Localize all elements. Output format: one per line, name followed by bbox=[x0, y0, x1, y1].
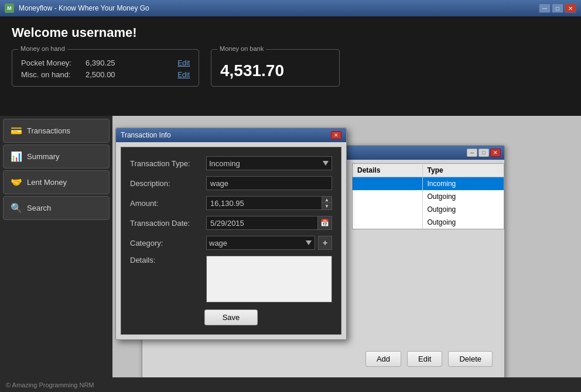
dialog-titlebar: Transaction Info ✕ bbox=[116, 128, 346, 142]
transactions-label: Transactions bbox=[27, 126, 70, 135]
lent-money-icon: 🤝 bbox=[11, 177, 22, 188]
search-icon: 🔍 bbox=[11, 202, 22, 214]
amount-input[interactable] bbox=[206, 196, 322, 210]
date-input[interactable] bbox=[206, 216, 318, 230]
row-type: Outgoing bbox=[422, 190, 504, 203]
misc-edit-link[interactable]: Edit bbox=[177, 71, 190, 79]
table-col-details: Details bbox=[353, 164, 422, 177]
date-row: Transaction Date: 📅 bbox=[130, 216, 332, 230]
title-bar-text: Moneyflow - Know Where Your Money Go bbox=[19, 4, 534, 12]
table-row[interactable]: Incoming bbox=[353, 177, 504, 191]
details-input[interactable] bbox=[206, 256, 332, 302]
app-icon: M bbox=[5, 4, 14, 13]
minimize-button[interactable]: ─ bbox=[539, 4, 551, 13]
money-on-hand-box: Money on hand Pocket Money: 6,390.25 Edi… bbox=[12, 49, 199, 87]
content-area: Transactions ─ □ ✕ Details Type bbox=[112, 116, 581, 377]
dialog-title: Transaction Info bbox=[121, 131, 171, 139]
amount-spinners: ▲ ▼ bbox=[322, 196, 332, 210]
transactions-icon: 💳 bbox=[11, 125, 22, 136]
row-type: Outgoing bbox=[422, 216, 504, 229]
edit-button[interactable]: Edit bbox=[407, 351, 442, 367]
details-row: Details: bbox=[130, 256, 332, 302]
transaction-info-dialog: Transaction Info ✕ Transaction Type: Inc… bbox=[115, 128, 347, 340]
description-row: Description: bbox=[130, 176, 332, 190]
row-type: Outgoing bbox=[422, 203, 504, 216]
pocket-label: Pocket Money: bbox=[21, 59, 80, 67]
amount-row: Amount: ▲ ▼ bbox=[130, 196, 332, 210]
date-label: Transaction Date: bbox=[130, 219, 206, 228]
sidebar: 💳 Transactions 📊 Summary 🤝 Lent Money 🔍 … bbox=[0, 116, 112, 377]
pocket-edit-link[interactable]: Edit bbox=[177, 59, 190, 67]
sidebar-item-search[interactable]: 🔍 Search bbox=[3, 196, 110, 220]
money-bank-label: Money on bank bbox=[217, 45, 266, 52]
lent-money-label: Lent Money bbox=[27, 178, 67, 187]
sidebar-item-transactions[interactable]: 💳 Transactions bbox=[3, 119, 110, 143]
app-header: Welcome username! Money on hand Pocket M… bbox=[0, 16, 581, 116]
bank-amount: 4,531.70 bbox=[220, 61, 330, 80]
category-wrapper: wage + bbox=[206, 236, 332, 250]
table-row[interactable]: Outgoing bbox=[353, 203, 504, 216]
sidebar-item-lent-money[interactable]: 🤝 Lent Money bbox=[3, 170, 110, 194]
dialog-body: Transaction Type: Incoming Outgoing Desc… bbox=[121, 147, 341, 335]
table-row[interactable]: Outgoing bbox=[353, 216, 504, 229]
description-input[interactable] bbox=[206, 176, 332, 190]
misc-label: Misc. on hand: bbox=[21, 70, 80, 79]
category-label: Category: bbox=[130, 239, 206, 247]
amount-label: Amount: bbox=[130, 199, 206, 208]
amount-down-button[interactable]: ▼ bbox=[322, 203, 331, 209]
money-hand-label: Money on hand bbox=[18, 45, 67, 52]
search-label: Search bbox=[27, 204, 51, 212]
save-button[interactable]: Save bbox=[204, 310, 258, 325]
row-type: Incoming bbox=[422, 177, 504, 191]
date-wrapper: 📅 bbox=[206, 216, 332, 230]
sidebar-item-summary[interactable]: 📊 Summary bbox=[3, 145, 110, 169]
category-select[interactable]: wage bbox=[206, 236, 315, 250]
date-picker-button[interactable]: 📅 bbox=[318, 216, 332, 230]
pocket-money-row: Pocket Money: 6,390.25 Edit bbox=[21, 59, 190, 67]
amount-up-button[interactable]: ▲ bbox=[322, 197, 331, 203]
save-row: Save bbox=[130, 310, 332, 325]
window-maximize-btn[interactable]: □ bbox=[479, 149, 489, 157]
description-label: Description: bbox=[130, 179, 206, 188]
pocket-value: 6,390.25 bbox=[86, 59, 132, 67]
window-minimize-btn[interactable]: ─ bbox=[467, 149, 477, 157]
money-on-bank-box: Money on bank 4,531.70 bbox=[211, 49, 340, 87]
transaction-type-row: Transaction Type: Incoming Outgoing bbox=[130, 156, 332, 170]
misc-money-row: Misc. on hand: 2,500.00 Edit bbox=[21, 70, 190, 79]
transaction-type-label: Transaction Type: bbox=[130, 159, 206, 168]
close-button[interactable]: ✕ bbox=[565, 4, 576, 13]
footer-text: © Amazing Programming NRM bbox=[6, 381, 94, 388]
transaction-type-select[interactable]: Incoming Outgoing bbox=[206, 156, 332, 170]
amount-wrapper: ▲ ▼ bbox=[206, 196, 332, 210]
table-col-type: Type bbox=[422, 164, 504, 177]
main-area: 💳 Transactions 📊 Summary 🤝 Lent Money 🔍 … bbox=[0, 116, 581, 377]
welcome-text: Welcome username! bbox=[12, 25, 569, 40]
details-label: Details: bbox=[130, 256, 206, 264]
dashboard-row: Money on hand Pocket Money: 6,390.25 Edi… bbox=[12, 49, 569, 87]
category-row: Category: wage + bbox=[130, 236, 332, 250]
summary-icon: 📊 bbox=[11, 151, 22, 162]
maximize-button[interactable]: □ bbox=[552, 4, 563, 13]
add-button[interactable]: Add bbox=[365, 351, 401, 367]
category-add-button[interactable]: + bbox=[318, 236, 332, 250]
misc-value: 2,500.00 bbox=[86, 70, 132, 79]
footer: © Amazing Programming NRM bbox=[0, 377, 581, 392]
summary-label: Summary bbox=[27, 152, 60, 161]
window-close-btn[interactable]: ✕ bbox=[490, 149, 501, 157]
dialog-close-button[interactable]: ✕ bbox=[331, 131, 341, 139]
window-actions: Add Edit Delete bbox=[365, 351, 493, 367]
title-bar: M Moneyflow - Know Where Your Money Go ─… bbox=[0, 0, 581, 16]
window-buttons: ─ □ ✕ bbox=[467, 149, 501, 157]
title-bar-buttons: ─ □ ✕ bbox=[539, 4, 576, 13]
table-row[interactable]: Outgoing bbox=[353, 190, 504, 203]
delete-button[interactable]: Delete bbox=[448, 351, 493, 367]
